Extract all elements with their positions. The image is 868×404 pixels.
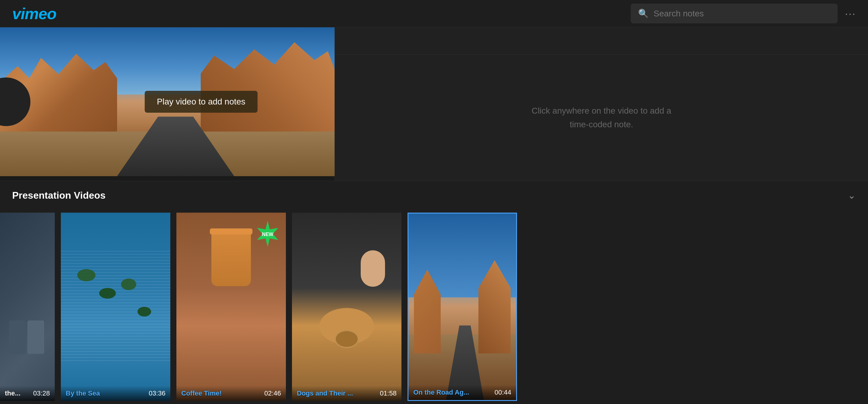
thumb5-bg [408,213,516,400]
playlist-item-3[interactable]: Dogs and Their ... 01:58 [292,213,401,401]
search-input[interactable] [654,9,830,19]
app-header: vimeo 🔍 ··· [0,0,868,27]
thumb4-duration: 01:58 [380,390,397,397]
notes-panel-header [335,27,868,55]
notes-empty-text: Click anywhere on the video to add a tim… [526,104,678,132]
playlist-item-4[interactable]: On the Road Ag... 00:44 [407,213,517,401]
playlist-item-2[interactable]: NEW Coffee Time! 02:46 [177,213,286,401]
otter2 [99,288,116,299]
thumb2-title: By the Sea [66,390,100,397]
playlist-title: Presentation Videos [12,190,105,201]
thumb3-overlay: Coffee Time! 02:46 [177,386,286,401]
new-badge-svg: NEW [254,220,281,247]
thumb5-duration: 00:44 [495,389,511,396]
cup-lid [210,228,252,235]
thumb1-duration: 03:28 [33,390,50,397]
coffee-cup [211,232,251,286]
thumb1-bg [0,213,55,401]
playlist-item-0[interactable]: the... 03:28 [0,213,55,401]
notes-panel: Click anywhere on the video to add a tim… [335,27,868,181]
thumbnails-row: the... 03:28 By the Sea 03:36 [0,210,868,404]
thumb3-bg: NEW [177,213,286,401]
hand-figure [361,250,385,287]
header-right: 🔍 ··· [631,4,856,23]
play-tooltip: Play video to add notes [145,91,257,113]
vimeo-logo: vimeo [12,5,56,23]
playlist-header[interactable]: Presentation Videos ⌄ [0,181,868,210]
thumb1-overlay: the... 03:28 [0,386,55,401]
svg-text:NEW: NEW [262,232,273,237]
chevron-down-icon: ⌄ [848,190,856,201]
main-layout: Play video to add notes Click anywhere o… [0,27,868,181]
person2-figure [27,321,44,354]
thumb2-overlay: By the Sea 03:36 [61,386,170,401]
thumb3-duration: 02:46 [264,390,281,397]
person1-figure [9,321,26,354]
thumb1-title: the... [5,390,20,397]
otter1 [77,269,95,281]
thumb5-overlay: On the Road Ag... 00:44 [408,385,516,400]
thumb3-title: Coffee Time! [181,390,222,397]
playlist-section: Presentation Videos ⌄ the... 03:28 [0,181,868,404]
playlist-item-1[interactable]: By the Sea 03:36 [61,213,170,401]
thumb4-overlay: Dogs and Their ... 01:58 [292,386,401,401]
waves-layer [61,250,170,363]
thumb2-bg [61,213,170,401]
video-section: Play video to add notes [0,27,335,181]
video-player[interactable]: Play video to add notes [0,27,335,176]
thumb2-duration: 03:36 [149,390,165,397]
thumb4-title: Dogs and Their ... [297,390,353,397]
more-menu-button[interactable]: ··· [845,7,856,20]
otter4 [137,307,151,316]
thumb5-title: On the Road Ag... [413,389,469,396]
search-icon: 🔍 [638,8,649,19]
thumb4-bg [292,213,401,401]
dog-snout [335,330,359,348]
new-badge: NEW [254,220,281,247]
otter3 [121,278,136,290]
notes-empty-state: Click anywhere on the video to add a tim… [335,55,868,181]
search-bar[interactable]: 🔍 [631,4,838,23]
